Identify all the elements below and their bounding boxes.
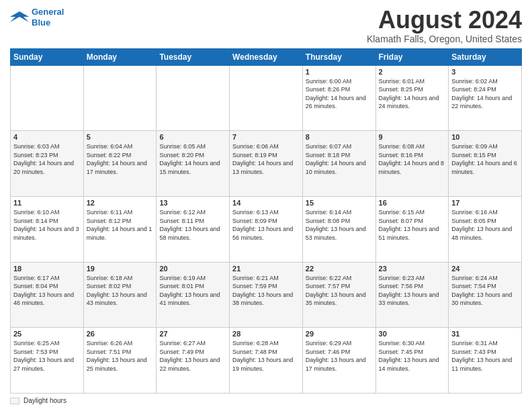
daylight-box-icon: [10, 398, 19, 404]
day-info: Sunrise: 6:11 AM Sunset: 8:12 PM Dayligh…: [87, 208, 154, 242]
table-row: 17Sunrise: 6:16 AM Sunset: 8:05 PM Dayli…: [449, 196, 522, 262]
table-row: 3Sunrise: 6:02 AM Sunset: 8:24 PM Daylig…: [449, 65, 522, 131]
col-saturday: Saturday: [449, 48, 522, 65]
footer: Daylight hours: [10, 397, 522, 404]
col-friday: Friday: [375, 48, 449, 65]
table-row: 4Sunrise: 6:03 AM Sunset: 8:23 PM Daylig…: [11, 131, 84, 197]
day-info: Sunrise: 6:30 AM Sunset: 7:45 PM Dayligh…: [379, 339, 446, 373]
header: General Blue August 2024 Klamath Falls, …: [10, 7, 522, 44]
day-number: 10: [451, 133, 519, 141]
table-row: 22Sunrise: 6:22 AM Sunset: 7:57 PM Dayli…: [302, 262, 375, 328]
day-info: Sunrise: 6:27 AM Sunset: 7:49 PM Dayligh…: [159, 339, 226, 373]
table-row: 8Sunrise: 6:07 AM Sunset: 8:18 PM Daylig…: [302, 131, 375, 197]
day-number: 16: [379, 199, 446, 207]
day-info: Sunrise: 6:23 AM Sunset: 7:56 PM Dayligh…: [379, 274, 446, 308]
calendar-table: Sunday Monday Tuesday Wednesday Thursday…: [10, 48, 522, 394]
day-info: Sunrise: 6:24 AM Sunset: 7:54 PM Dayligh…: [451, 274, 519, 308]
table-row: 30Sunrise: 6:30 AM Sunset: 7:45 PM Dayli…: [375, 328, 449, 394]
logo-line2: Blue: [32, 17, 50, 28]
day-number: 8: [306, 133, 373, 141]
day-info: Sunrise: 6:01 AM Sunset: 8:25 PM Dayligh…: [379, 77, 446, 111]
logo-line1: General: [32, 7, 64, 17]
day-info: Sunrise: 6:10 AM Sunset: 8:14 PM Dayligh…: [13, 208, 81, 242]
day-number: 17: [451, 199, 519, 207]
day-info: Sunrise: 6:03 AM Sunset: 8:23 PM Dayligh…: [13, 142, 81, 176]
day-info: Sunrise: 6:12 AM Sunset: 8:11 PM Dayligh…: [159, 208, 226, 242]
day-number: 25: [13, 330, 81, 338]
day-info: Sunrise: 6:18 AM Sunset: 8:02 PM Dayligh…: [87, 274, 154, 308]
table-row: 18Sunrise: 6:17 AM Sunset: 8:04 PM Dayli…: [11, 262, 84, 328]
table-row: 24Sunrise: 6:24 AM Sunset: 7:54 PM Dayli…: [449, 262, 522, 328]
day-number: 24: [451, 265, 519, 273]
logo-text: General Blue: [32, 7, 64, 28]
logo-icon: [10, 10, 29, 25]
day-number: 19: [87, 265, 154, 273]
day-info: Sunrise: 6:09 AM Sunset: 8:15 PM Dayligh…: [451, 142, 519, 176]
table-row: 7Sunrise: 6:06 AM Sunset: 8:19 PM Daylig…: [230, 131, 303, 197]
day-number: 26: [87, 330, 154, 338]
main-title: August 2024: [367, 7, 522, 34]
day-info: Sunrise: 6:31 AM Sunset: 7:43 PM Dayligh…: [451, 339, 519, 373]
day-number: 30: [379, 330, 446, 338]
subtitle: Klamath Falls, Oregon, United States: [367, 34, 522, 44]
day-info: Sunrise: 6:16 AM Sunset: 8:05 PM Dayligh…: [451, 208, 519, 242]
table-row: 28Sunrise: 6:28 AM Sunset: 7:48 PM Dayli…: [230, 328, 303, 394]
table-row: 10Sunrise: 6:09 AM Sunset: 8:15 PM Dayli…: [449, 131, 522, 197]
table-row: [157, 65, 230, 131]
day-number: 21: [232, 265, 300, 273]
day-number: 22: [306, 265, 373, 273]
day-number: 27: [159, 330, 226, 338]
day-info: Sunrise: 6:07 AM Sunset: 8:18 PM Dayligh…: [306, 142, 373, 176]
table-row: 1Sunrise: 6:00 AM Sunset: 8:26 PM Daylig…: [302, 65, 375, 131]
day-number: 1: [306, 68, 373, 76]
day-number: 20: [159, 265, 226, 273]
day-info: Sunrise: 6:26 AM Sunset: 7:51 PM Dayligh…: [87, 339, 154, 373]
day-number: 31: [451, 330, 519, 338]
logo: General Blue: [10, 7, 64, 28]
table-row: 5Sunrise: 6:04 AM Sunset: 8:22 PM Daylig…: [83, 131, 157, 197]
table-row: 25Sunrise: 6:25 AM Sunset: 7:53 PM Dayli…: [11, 328, 84, 394]
day-number: 6: [159, 133, 226, 141]
day-info: Sunrise: 6:28 AM Sunset: 7:48 PM Dayligh…: [232, 339, 300, 373]
table-row: 13Sunrise: 6:12 AM Sunset: 8:11 PM Dayli…: [157, 196, 230, 262]
day-info: Sunrise: 6:02 AM Sunset: 8:24 PM Dayligh…: [451, 77, 519, 111]
day-number: 2: [379, 68, 446, 76]
day-number: 29: [306, 330, 373, 338]
day-number: 14: [232, 199, 300, 207]
table-row: 21Sunrise: 6:21 AM Sunset: 7:59 PM Dayli…: [230, 262, 303, 328]
day-number: 23: [379, 265, 446, 273]
day-info: Sunrise: 6:25 AM Sunset: 7:53 PM Dayligh…: [13, 339, 81, 373]
col-tuesday: Tuesday: [157, 48, 230, 65]
col-thursday: Thursday: [302, 48, 375, 65]
day-number: 11: [13, 199, 81, 207]
day-info: Sunrise: 6:21 AM Sunset: 7:59 PM Dayligh…: [232, 274, 300, 308]
svg-marker-0: [10, 11, 29, 22]
table-row: 15Sunrise: 6:14 AM Sunset: 8:08 PM Dayli…: [302, 196, 375, 262]
day-info: Sunrise: 6:17 AM Sunset: 8:04 PM Dayligh…: [13, 274, 81, 308]
day-info: Sunrise: 6:15 AM Sunset: 8:07 PM Dayligh…: [379, 208, 446, 242]
table-row: [230, 65, 303, 131]
table-row: 12Sunrise: 6:11 AM Sunset: 8:12 PM Dayli…: [83, 196, 157, 262]
day-info: Sunrise: 6:00 AM Sunset: 8:26 PM Dayligh…: [306, 77, 373, 111]
daylight-label: Daylight hours: [24, 397, 66, 404]
table-row: 19Sunrise: 6:18 AM Sunset: 8:02 PM Dayli…: [83, 262, 157, 328]
table-row: 27Sunrise: 6:27 AM Sunset: 7:49 PM Dayli…: [157, 328, 230, 394]
day-number: 28: [232, 330, 300, 338]
col-monday: Monday: [83, 48, 157, 65]
day-info: Sunrise: 6:14 AM Sunset: 8:08 PM Dayligh…: [306, 208, 373, 242]
day-info: Sunrise: 6:29 AM Sunset: 7:46 PM Dayligh…: [306, 339, 373, 373]
table-row: 23Sunrise: 6:23 AM Sunset: 7:56 PM Dayli…: [375, 262, 449, 328]
day-info: Sunrise: 6:08 AM Sunset: 8:16 PM Dayligh…: [379, 142, 446, 176]
day-info: Sunrise: 6:06 AM Sunset: 8:19 PM Dayligh…: [232, 142, 300, 176]
day-number: 12: [87, 199, 154, 207]
table-row: 16Sunrise: 6:15 AM Sunset: 8:07 PM Dayli…: [375, 196, 449, 262]
day-number: 18: [13, 265, 81, 273]
title-block: August 2024 Klamath Falls, Oregon, Unite…: [367, 7, 522, 44]
table-row: 14Sunrise: 6:13 AM Sunset: 8:09 PM Dayli…: [230, 196, 303, 262]
table-row: 26Sunrise: 6:26 AM Sunset: 7:51 PM Dayli…: [83, 328, 157, 394]
table-row: [83, 65, 157, 131]
day-info: Sunrise: 6:22 AM Sunset: 7:57 PM Dayligh…: [306, 274, 373, 308]
page: General Blue August 2024 Klamath Falls, …: [0, 0, 532, 411]
table-row: 31Sunrise: 6:31 AM Sunset: 7:43 PM Dayli…: [449, 328, 522, 394]
table-row: [11, 65, 84, 131]
